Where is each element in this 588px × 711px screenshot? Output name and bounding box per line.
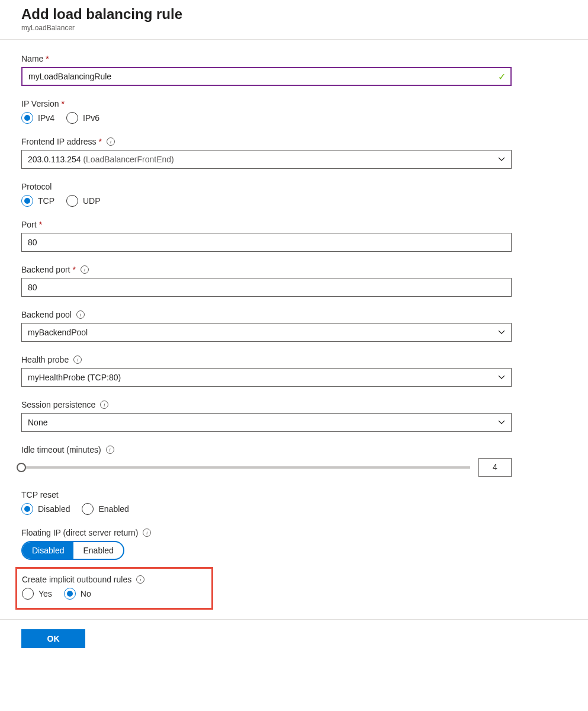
session-persistence-dropdown[interactable]: None <box>21 413 512 432</box>
field-idle-timeout: Idle timeout (minutes) i 4 <box>21 445 567 477</box>
name-input[interactable] <box>21 67 512 86</box>
radio-selected-icon <box>21 112 33 124</box>
frontend-ip-dropdown[interactable]: 203.0.113.254 (LoadBalancerFrontEnd) <box>21 150 512 169</box>
resource-name: myLoadBalancer <box>21 24 567 32</box>
port-input[interactable] <box>21 233 512 252</box>
frontend-ip-value: 203.0.113.254 <box>28 155 81 164</box>
info-icon[interactable]: i <box>76 310 85 319</box>
health-probe-dropdown[interactable]: myHealthProbe (TCP:80) <box>21 368 512 387</box>
backend-port-label: Backend port * i <box>21 265 567 274</box>
check-icon: ✓ <box>498 71 506 82</box>
required-star: * <box>99 137 102 146</box>
field-backend-port: Backend port * i <box>21 265 567 297</box>
radio-tcp-reset-enabled[interactable]: Enabled <box>82 503 128 515</box>
port-label: Port * <box>21 220 567 229</box>
radio-outbound-no[interactable]: No <box>64 588 91 600</box>
required-star: * <box>46 54 49 63</box>
ip-version-label: IP Version * <box>21 99 567 108</box>
panel-footer: OK <box>0 619 588 658</box>
radio-outbound-yes[interactable]: Yes <box>22 588 52 600</box>
radio-udp[interactable]: UDP <box>66 195 101 207</box>
radio-ipv4[interactable]: IPv4 <box>21 112 54 124</box>
tcp-reset-label: TCP reset <box>21 490 567 499</box>
field-port: Port * <box>21 220 567 252</box>
idle-timeout-slider[interactable] <box>21 466 470 469</box>
radio-ipv6[interactable]: IPv6 <box>66 112 99 124</box>
page-title: Add load balancing rule <box>21 6 567 23</box>
frontend-ip-name: (LoadBalancerFrontEnd) <box>83 155 173 164</box>
field-protocol: Protocol TCP UDP <box>21 182 567 207</box>
radio-selected-icon <box>21 503 33 515</box>
field-frontend-ip: Frontend IP address * i 203.0.113.254 (L… <box>21 137 567 169</box>
required-star: * <box>62 99 65 108</box>
backend-pool-dropdown[interactable]: myBackendPool <box>21 323 512 342</box>
idle-timeout-value[interactable]: 4 <box>478 458 512 477</box>
radio-unselected-icon <box>22 588 34 600</box>
protocol-label: Protocol <box>21 182 567 191</box>
panel-header: Add load balancing rule myLoadBalancer <box>0 0 588 40</box>
field-outbound-rules: Create implicit outbound rules i Yes No <box>22 575 207 600</box>
radio-tcp-reset-disabled[interactable]: Disabled <box>21 503 70 515</box>
frontend-ip-label: Frontend IP address * i <box>21 137 567 146</box>
required-star: * <box>73 265 76 274</box>
floating-ip-toggle[interactable]: Disabled Enabled <box>21 541 124 560</box>
backend-pool-value: myBackendPool <box>28 328 88 337</box>
info-icon[interactable]: i <box>100 401 108 409</box>
chevron-down-icon <box>498 418 505 427</box>
ok-button[interactable]: OK <box>21 629 85 648</box>
session-persistence-value: None <box>28 418 47 427</box>
chevron-down-icon <box>498 328 505 337</box>
chevron-down-icon <box>498 373 505 382</box>
field-session-persistence: Session persistence i None <box>21 400 567 432</box>
slider-thumb[interactable] <box>17 463 26 472</box>
info-icon[interactable]: i <box>73 356 82 364</box>
field-backend-pool: Backend pool i myBackendPool <box>21 310 567 342</box>
info-icon[interactable]: i <box>143 529 151 537</box>
outbound-rules-label: Create implicit outbound rules i <box>22 575 207 584</box>
info-icon[interactable]: i <box>107 137 115 146</box>
info-icon[interactable]: i <box>136 575 144 584</box>
field-name: Name * ✓ <box>21 54 567 86</box>
floating-ip-disabled[interactable]: Disabled <box>23 542 73 559</box>
floating-ip-label: Floating IP (direct server return) i <box>21 528 567 537</box>
name-label: Name * <box>21 54 567 63</box>
field-floating-ip: Floating IP (direct server return) i Dis… <box>21 528 567 560</box>
idle-timeout-label: Idle timeout (minutes) i <box>21 445 567 454</box>
session-persistence-label: Session persistence i <box>21 400 567 409</box>
highlight-annotation: Create implicit outbound rules i Yes No <box>15 567 213 610</box>
radio-tcp[interactable]: TCP <box>21 195 54 207</box>
floating-ip-enabled[interactable]: Enabled <box>73 542 123 559</box>
radio-selected-icon <box>64 588 76 600</box>
required-star: * <box>39 220 42 229</box>
info-icon[interactable]: i <box>106 446 114 454</box>
chevron-down-icon <box>498 155 505 164</box>
radio-selected-icon <box>21 195 33 207</box>
backend-pool-label: Backend pool i <box>21 310 567 319</box>
field-ip-version: IP Version * IPv4 IPv6 <box>21 99 567 124</box>
radio-unselected-icon <box>66 112 78 124</box>
info-icon[interactable]: i <box>81 265 89 274</box>
radio-unselected-icon <box>82 503 94 515</box>
backend-port-input[interactable] <box>21 278 512 297</box>
field-health-probe: Health probe i myHealthProbe (TCP:80) <box>21 355 567 387</box>
field-tcp-reset: TCP reset Disabled Enabled <box>21 490 567 515</box>
health-probe-value: myHealthProbe (TCP:80) <box>28 373 121 382</box>
health-probe-label: Health probe i <box>21 355 567 364</box>
form-body: Name * ✓ IP Version * IPv4 IPv6 Frontend <box>0 40 588 619</box>
radio-unselected-icon <box>66 195 78 207</box>
